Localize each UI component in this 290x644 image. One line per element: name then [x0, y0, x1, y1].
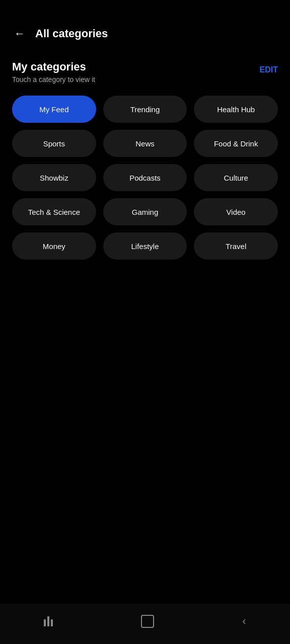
categories-grid: My FeedTrendingHealth HubSportsNewsFood … [12, 96, 278, 260]
header: ← All categories [0, 0, 290, 52]
home-icon [141, 615, 154, 628]
back-nav-icon: ‹ [242, 615, 246, 628]
recents-nav-button[interactable] [34, 611, 63, 631]
back-button[interactable]: ← [12, 25, 27, 42]
category-pill-trending[interactable]: Trending [103, 96, 187, 123]
category-pill-food-drink[interactable]: Food & Drink [194, 130, 278, 157]
section-title-group: My categories Touch a category to view i… [12, 60, 95, 84]
category-pill-tech-science[interactable]: Tech & Science [12, 198, 96, 225]
category-pill-travel[interactable]: Travel [194, 232, 278, 260]
section-subtitle: Touch a category to view it [12, 75, 95, 84]
category-pill-gaming[interactable]: Gaming [103, 198, 187, 225]
category-pill-video[interactable]: Video [194, 198, 278, 225]
edit-button[interactable]: EDIT [260, 63, 278, 76]
category-pill-podcasts[interactable]: Podcasts [103, 164, 187, 191]
section-title: My categories [12, 60, 95, 73]
bottom-nav: ‹ [0, 604, 290, 644]
category-pill-my-feed[interactable]: My Feed [12, 96, 96, 123]
categories-section: My categories Touch a category to view i… [0, 52, 290, 268]
category-pill-lifestyle[interactable]: Lifestyle [103, 232, 187, 260]
back-icon: ← [14, 27, 25, 40]
section-header: My categories Touch a category to view i… [12, 60, 278, 84]
category-pill-news[interactable]: News [103, 130, 187, 157]
back-nav-button[interactable]: ‹ [232, 610, 256, 633]
category-pill-culture[interactable]: Culture [194, 164, 278, 191]
home-nav-button[interactable] [131, 610, 164, 633]
page-title: All categories [35, 27, 108, 40]
category-pill-health-hub[interactable]: Health Hub [194, 96, 278, 123]
category-pill-showbiz[interactable]: Showbiz [12, 164, 96, 191]
category-pill-money[interactable]: Money [12, 232, 96, 260]
category-pill-sports[interactable]: Sports [12, 130, 96, 157]
recents-icon [44, 616, 53, 626]
